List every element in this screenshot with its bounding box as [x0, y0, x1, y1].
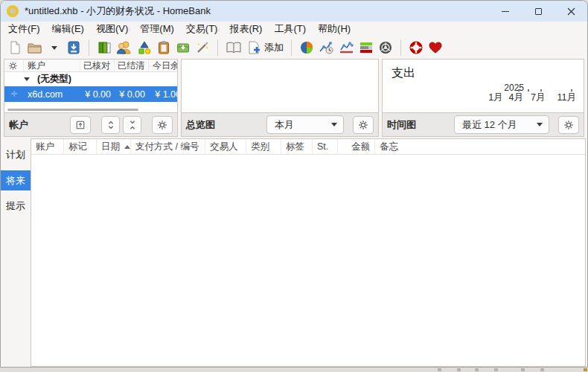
trendtime-report-button[interactable]: [316, 38, 336, 57]
transactions-list-empty[interactable]: [31, 155, 585, 366]
trendtime-icon: [319, 40, 334, 55]
donate-button[interactable]: [426, 38, 445, 57]
stack-chart-icon: [359, 40, 374, 55]
account-today-value: ¥ 1.00: [149, 89, 177, 100]
manage-payees-button[interactable]: [114, 38, 135, 57]
overview-range-dropdown[interactable]: 本月: [266, 115, 344, 134]
menu-reports[interactable]: 报表(R): [223, 22, 268, 36]
col-category[interactable]: 类别: [246, 139, 281, 154]
tab-future[interactable]: 将来: [1, 170, 31, 190]
col-status[interactable]: St.: [313, 139, 338, 154]
homebank-window: *untitled.xhb - 小刀的财务状况 - HomeBank 文件(F)…: [0, 0, 588, 368]
statistics-report-button[interactable]: [297, 38, 316, 57]
taskbar-icon: [521, 368, 525, 371]
col-flag[interactable]: 标记: [64, 139, 97, 154]
accounts-settings-button[interactable]: [152, 116, 173, 134]
show-ledger-button[interactable]: [223, 38, 244, 57]
account-name: x6d.com: [24, 89, 80, 100]
expand-all-button[interactable]: [101, 116, 120, 134]
col-tags[interactable]: 标签: [281, 139, 313, 154]
manage-budget-button[interactable]: [154, 38, 173, 57]
close-button[interactable]: [555, 1, 587, 22]
col-payment[interactable]: 支付方式 / 编号: [131, 139, 205, 154]
minimize-button[interactable]: [489, 1, 522, 22]
new-file-button[interactable]: [5, 38, 25, 57]
col-payee[interactable]: 交易人: [205, 139, 246, 154]
col-memo[interactable]: 备忘: [375, 139, 585, 154]
overview-footer-label: 总览图: [186, 118, 263, 132]
taskbar-icon: [438, 368, 441, 371]
help-button[interactable]: [406, 38, 426, 57]
pie-chart-icon: [299, 40, 314, 55]
assign-wand-icon: [195, 40, 210, 55]
overview-range-value: 本月: [275, 118, 324, 132]
gear-icon: [157, 120, 167, 130]
manage-assignments-button[interactable]: [193, 38, 212, 57]
budget-icon: [156, 40, 171, 55]
collapse-arrow-icon[interactable]: [24, 77, 30, 81]
steering-wheel-icon: [378, 40, 393, 55]
add-transaction-icon: [246, 40, 261, 55]
open-recent-dropdown[interactable]: [45, 38, 64, 57]
menu-help[interactable]: 帮助(H): [312, 22, 357, 36]
accounts-horizontal-scrollbar[interactable]: [7, 109, 138, 111]
time-chart-footer-label: 时间图: [387, 118, 451, 132]
menu-transactions[interactable]: 交易(T): [180, 22, 224, 36]
manage-categories-button[interactable]: [135, 38, 154, 57]
transactions-header-row: 账户 标记 日期 支付方式 / 编号 交易人 类别 标签 St. 金额 备忘: [31, 139, 585, 155]
overview-footer: 总览图 本月: [182, 112, 378, 136]
categories-icon: [137, 40, 152, 55]
account-row-selected[interactable]: ✛ x6d.com ¥ 0.00 ¥ 0.00 ¥ 1.00: [4, 86, 177, 102]
column-cleared[interactable]: 已结清: [115, 60, 149, 71]
toolbar-separator: [89, 39, 89, 56]
accounts-header-row: 账户 已核对 已结清 今日余额: [4, 60, 177, 72]
budget-report-button[interactable]: [357, 38, 376, 57]
gear-icon: [8, 61, 18, 71]
column-account[interactable]: 账户: [24, 60, 80, 71]
toolbar-separator: [400, 39, 401, 56]
gear-icon: [563, 120, 574, 130]
manage-accounts-button[interactable]: [95, 38, 114, 57]
open-file-button[interactable]: [25, 38, 45, 57]
vehicle-cost-button[interactable]: [376, 38, 395, 57]
tab-remind[interactable]: 提示: [1, 197, 31, 215]
menu-file[interactable]: 文件(F): [2, 22, 46, 36]
add-transaction-button[interactable]: 添加: [244, 38, 286, 57]
col-amount[interactable]: 金额: [338, 139, 375, 154]
chevron-down-icon: [537, 123, 543, 126]
bank-account-icon: ✛: [4, 89, 24, 99]
time-chart-footer: 时间图 最近 12 个月: [383, 112, 584, 136]
menu-manage[interactable]: 管理(M): [134, 22, 180, 36]
time-range-dropdown[interactable]: 最近 12 个月: [454, 115, 549, 134]
accounts-settings-column[interactable]: [4, 60, 24, 71]
menu-tools[interactable]: 工具(T): [268, 22, 312, 36]
account-group-label: (无类型): [37, 73, 71, 86]
balance-chart-icon: [339, 40, 354, 55]
minimize-icon: [502, 11, 509, 12]
column-today-balance[interactable]: 今日余额: [149, 60, 177, 71]
overview-settings-button[interactable]: [353, 116, 374, 134]
maximize-button[interactable]: [522, 1, 555, 22]
col-date[interactable]: 日期: [97, 139, 131, 154]
tab-scheduled[interactable]: 计划: [1, 146, 31, 164]
save-button[interactable]: [64, 38, 83, 57]
account-group-row[interactable]: (无类型): [4, 72, 177, 86]
axis-month-label: 1月: [488, 92, 502, 104]
taskbar-icon: [540, 368, 544, 371]
taskbar-icon: [494, 368, 498, 371]
expand-all-icon: [106, 120, 115, 130]
balance-report-button[interactable]: [336, 38, 357, 57]
collapse-all-button[interactable]: [123, 116, 141, 134]
time-chart-settings-button[interactable]: [558, 116, 579, 134]
taskbar-icon: [475, 368, 479, 371]
column-reconciled[interactable]: 已核对: [80, 60, 115, 71]
menu-view[interactable]: 视图(V): [90, 22, 134, 36]
show-all-accounts-button[interactable]: [70, 116, 91, 134]
heart-icon: [428, 40, 443, 55]
col-account[interactable]: 账户: [31, 139, 64, 154]
window-title: *untitled.xhb - 小刀的财务状况 - HomeBank: [25, 4, 489, 18]
manage-archives-button[interactable]: [173, 38, 193, 57]
menu-edit[interactable]: 编辑(E): [46, 22, 90, 36]
account-cleared-value: ¥ 0.00: [115, 89, 149, 100]
time-chart-title: 支出: [392, 65, 584, 81]
